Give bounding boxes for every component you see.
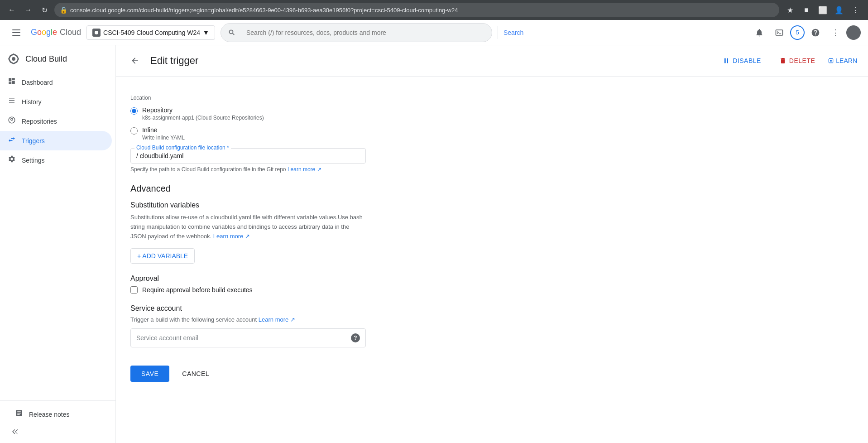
- back-nav-button[interactable]: ←: [5, 4, 18, 16]
- sidebar-item-triggers[interactable]: Triggers: [0, 131, 112, 150]
- page-actions: DISABLE DELETE LEARN: [717, 53, 857, 68]
- sidebar-item-history-label: History: [22, 98, 42, 106]
- approval-title: Approval: [130, 274, 509, 283]
- sidebar-item-triggers-label: Triggers: [22, 137, 45, 144]
- notification-count-badge[interactable]: 5: [790, 25, 805, 40]
- address-bar[interactable]: 🔒 console.cloud.google.com/cloud-build/t…: [54, 3, 779, 17]
- add-variable-label: + ADD VARIABLE: [137, 252, 188, 260]
- approval-checkbox-label: Require approval before build executes: [142, 286, 253, 294]
- hamburger-menu-button[interactable]: [7, 24, 25, 42]
- more-options-button[interactable]: ⋮: [826, 24, 844, 42]
- sidebar: Cloud Build Dashboard History: [0, 45, 116, 443]
- project-dropdown-icon: ▼: [203, 29, 209, 36]
- sidebar-item-repositories[interactable]: Repositories: [0, 111, 112, 131]
- inline-option: Inline Write inline YAML: [130, 126, 509, 141]
- config-file-floating-label: Cloud Build configuration file location …: [134, 144, 231, 151]
- service-account-hint: Trigger a build with the following servi…: [130, 316, 509, 323]
- add-variable-button[interactable]: + ADD VARIABLE: [130, 248, 195, 264]
- help-button[interactable]: [806, 24, 825, 42]
- forward-nav-button[interactable]: →: [22, 4, 34, 16]
- external-link-icon-3: ↗: [290, 316, 295, 323]
- project-selector[interactable]: CSCI-5409 Cloud Computing W24 ▼: [86, 25, 215, 40]
- cloud-build-icon: [7, 53, 20, 65]
- google-cloud-logo[interactable]: Google Cloud: [31, 28, 81, 37]
- search-button[interactable]: Search: [498, 26, 529, 39]
- cloud-shell-button[interactable]: [770, 24, 788, 42]
- extensions-icon[interactable]: ■: [799, 3, 814, 17]
- inline-radio[interactable]: [130, 127, 138, 135]
- config-file-hint: Specify the path to a Cloud Build config…: [130, 166, 509, 173]
- learn-button[interactable]: LEARN: [828, 57, 857, 64]
- sidebar-item-history[interactable]: History: [0, 92, 112, 111]
- config-file-section: Cloud Build configuration file location …: [130, 148, 509, 173]
- svg-rect-7: [724, 58, 726, 63]
- location-section: Location Repository k8s-assignment-app1 …: [130, 95, 509, 141]
- bottom-actions: SAVE CANCEL: [130, 358, 509, 396]
- browser-chrome: ← → ↻ 🔒 console.cloud.google.com/cloud-b…: [0, 0, 868, 20]
- svg-rect-2: [12, 35, 20, 36]
- notifications-button[interactable]: [750, 24, 768, 42]
- sidebar-item-dashboard[interactable]: Dashboard: [0, 72, 112, 92]
- config-file-field: Cloud Build configuration file location …: [130, 148, 366, 164]
- substitution-variables-title: Substitution variables: [130, 201, 509, 209]
- bookmark-icon[interactable]: ★: [783, 3, 797, 17]
- collapse-icon: [11, 428, 19, 436]
- header-right: 5 ⋮: [750, 24, 861, 42]
- page-title: Edit trigger: [150, 55, 198, 67]
- split-screen-icon[interactable]: ⬜: [815, 3, 830, 17]
- service-account-section: Service account Trigger a build with the…: [130, 304, 509, 347]
- svg-rect-1: [12, 32, 20, 33]
- collapse-nav-button[interactable]: [7, 424, 23, 439]
- dashboard-icon: [7, 77, 16, 87]
- url-text: console.cloud.google.com/cloud-build/tri…: [70, 7, 774, 14]
- approval-section: Approval Require approval before build e…: [130, 274, 509, 294]
- substitution-learn-more-link[interactable]: Learn more ↗: [213, 233, 250, 240]
- external-link-icon: ↗: [317, 166, 321, 173]
- cancel-button[interactable]: CANCEL: [175, 366, 216, 382]
- sidebar-product-name: Cloud Build: [25, 54, 67, 64]
- service-account-email-input[interactable]: [136, 334, 351, 342]
- user-avatar[interactable]: [846, 25, 861, 40]
- inline-sublabel: Write inline YAML: [142, 135, 185, 141]
- triggers-icon: [7, 135, 16, 146]
- disable-button[interactable]: DISABLE: [717, 53, 767, 68]
- config-file-input[interactable]: [136, 152, 360, 159]
- config-learn-more-link[interactable]: Learn more ↗: [288, 166, 321, 173]
- settings-icon: [7, 155, 16, 165]
- external-link-icon-2: ↗: [245, 233, 250, 240]
- history-icon: [7, 96, 16, 107]
- repository-label: Repository: [142, 106, 264, 114]
- reload-button[interactable]: ↻: [38, 4, 51, 16]
- approval-checkbox[interactable]: [130, 286, 138, 294]
- search-icon: [228, 29, 235, 36]
- service-account-help-icon[interactable]: ?: [351, 333, 360, 342]
- search-input[interactable]: [239, 26, 484, 39]
- delete-button[interactable]: DELETE: [774, 53, 820, 68]
- menu-icon[interactable]: ⋮: [848, 3, 863, 17]
- cloud-text: Cloud: [60, 28, 81, 37]
- learn-icon: [828, 58, 834, 64]
- content-area: Edit trigger DISABLE DELETE: [116, 45, 868, 443]
- service-account-email-field: ?: [130, 328, 366, 347]
- sidebar-item-dashboard-label: Dashboard: [22, 79, 53, 86]
- service-learn-more-link[interactable]: Learn more ↗: [259, 316, 295, 323]
- sidebar-item-settings-label: Settings: [22, 157, 45, 164]
- back-button[interactable]: [127, 53, 143, 69]
- app-header: Google Cloud CSCI-5409 Cloud Computing W…: [0, 20, 868, 45]
- svg-rect-8: [727, 58, 729, 63]
- profile-icon[interactable]: 👤: [832, 3, 846, 17]
- substitution-variables-section: Substitution variables Substitutions all…: [130, 201, 509, 264]
- inline-label: Inline: [142, 126, 185, 134]
- main-layout: Cloud Build Dashboard History: [0, 45, 868, 443]
- sidebar-item-release-notes[interactable]: Release notes: [7, 404, 105, 424]
- save-button[interactable]: SAVE: [130, 366, 169, 382]
- repository-option: Repository k8s-assignment-app1 (Cloud So…: [130, 106, 509, 121]
- sidebar-item-settings[interactable]: Settings: [0, 150, 112, 170]
- disable-icon: [723, 57, 730, 64]
- sidebar-footer: Release notes: [0, 400, 115, 443]
- search-bar: [221, 23, 492, 42]
- browser-right-icons: ★ ■ ⬜ 👤 ⋮: [783, 3, 863, 17]
- google-text: Google: [31, 28, 57, 37]
- location-label: Location: [130, 95, 509, 101]
- repository-radio[interactable]: [130, 107, 138, 115]
